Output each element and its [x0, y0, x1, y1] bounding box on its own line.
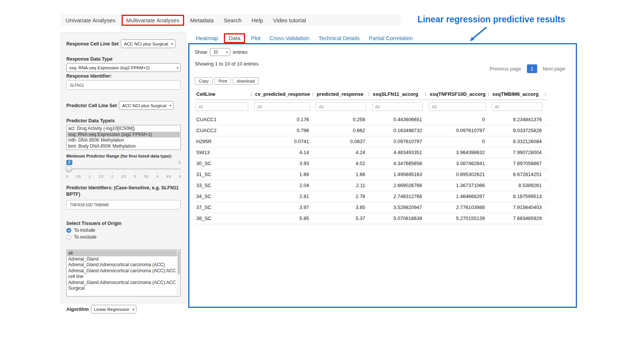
column-header-label: xsqTNFRSF10D_accorg: [430, 91, 485, 97]
nav-item-search[interactable]: Search: [219, 17, 247, 23]
filter-input-predicted-response[interactable]: [316, 102, 366, 111]
filter-input-xsqtnfrsf10d-accorg[interactable]: [429, 102, 485, 111]
sort-down-arrow: ▼: [250, 94, 252, 97]
table-row[interactable]: 37_SC3.973.853.5298209472.7761039887.915…: [195, 202, 548, 213]
filter-cell: [491, 100, 548, 114]
response-cell-line-set-select[interactable]: ACC NCI plus Surgical ▾: [121, 39, 175, 48]
table-row[interactable]: CUACC10.1760.2580.44360665109.234841376: [195, 114, 548, 125]
column-header-xsqtnfrsf10d-accorg[interactable]: xsqTNFRSF10D_accorg▲▼: [428, 89, 491, 100]
predictor-data-type-listbox: act: Drug Activity (-log10[IC50M])xsq: R…: [66, 125, 181, 150]
sort-down-arrow: ▼: [544, 94, 547, 97]
cell-cellline: 34_SC: [195, 191, 253, 202]
tab-data[interactable]: Data: [224, 33, 245, 43]
table-row[interactable]: SW134.144.244.4834933513.9643986327.9907…: [195, 147, 548, 158]
entries-select[interactable]: 10 ▾: [210, 48, 230, 56]
annotation-text: Linear regression predictive results: [394, 14, 565, 25]
annotation-arrow-icon: [463, 25, 493, 45]
radio-option-to-exclude[interactable]: To exclude: [66, 234, 181, 240]
sort-icon: ▲▼: [250, 92, 252, 97]
response-identifier-input[interactable]: [66, 80, 181, 90]
column-header-cv-predicted-response[interactable]: cv_predicted_response▲▼: [253, 89, 315, 100]
table-row[interactable]: 31_SC1.691.661.4956951630.8953026218.672…: [195, 169, 548, 180]
filter-input-xsqslfn11-accorg[interactable]: [372, 102, 423, 111]
nav-item-metadata[interactable]: Metadata: [185, 17, 219, 23]
cell-cellline: H295R: [195, 136, 253, 147]
tab-technical-details[interactable]: Technical Details: [314, 34, 364, 43]
copy-button[interactable]: Copy: [195, 77, 213, 85]
radio-icon: [66, 235, 71, 240]
cell-value: 4.14: [253, 147, 315, 158]
filter-input-cellline[interactable]: [195, 102, 248, 111]
page-1-button[interactable]: 1: [527, 64, 537, 73]
cell-value: 9.033725826: [491, 125, 548, 136]
cell-value: 2.04: [253, 180, 315, 191]
tissue-option[interactable]: Adrenal_Gland:Adrenocortical carcinoma (…: [67, 280, 180, 292]
table-row[interactable]: CUACC20.7960.6620.1634987320.0976107979.…: [195, 125, 548, 136]
cell-value: 0.176: [253, 114, 315, 125]
download-button[interactable]: download: [233, 77, 259, 85]
tissue-listbox: allAdrenal_GlandAdrenal_Gland:Adrenocort…: [66, 250, 181, 296]
tab-heatmap[interactable]: Heatmap: [191, 34, 223, 43]
filter-input-xsqtmbim6-accorg[interactable]: [492, 102, 542, 111]
cell-cellline: CUACC2: [195, 125, 253, 136]
response-cell-line-set-label: Response Cell Line Set: [66, 41, 119, 47]
table-body: CUACC10.1760.2580.44360665109.234841376C…: [195, 114, 548, 224]
slider-handle[interactable]: [66, 165, 72, 172]
previous-page-button[interactable]: Previous page: [486, 64, 525, 73]
tab-plot[interactable]: Plot: [246, 34, 265, 43]
slider-tick-label: 0.5: [76, 175, 81, 178]
nav-item-video-tutorial[interactable]: Video tutorial: [268, 17, 311, 23]
response-data-type-value: xsq: RNA-seq Expression (log2 FPKM+1): [69, 66, 150, 70]
predictor-identifiers-input[interactable]: [66, 200, 181, 209]
radio-label: To exclude: [74, 234, 97, 240]
column-header-xsqslfn11-accorg[interactable]: xsqSLFN11_accorg▲▼: [371, 89, 428, 100]
nav-item-help[interactable]: Help: [247, 17, 268, 23]
filter-cell: [371, 100, 428, 114]
cell-cellline: 37_SC: [195, 202, 253, 213]
filter-cell: [253, 100, 315, 114]
next-page-button[interactable]: Next page: [539, 64, 569, 73]
slider-tick-mark: [146, 172, 147, 173]
tissue-origin-label: Select Tissue/s of Origin: [66, 221, 181, 226]
predictor-data-type-option-bmt[interactable]: bmt: Body DNA 850K Methylation: [67, 144, 180, 150]
table-row[interactable]: 34_SC2.812.782.7463127661.4646682678.187…: [195, 191, 548, 202]
tab-partial-correlation[interactable]: Partial Correlation: [364, 34, 417, 43]
tissue-option[interactable]: Adrenal_Gland: [67, 256, 180, 262]
tissue-option[interactable]: Adrenal_Gland:Adrenocortical carcinoma (…: [67, 268, 180, 280]
show-entries-prefix: Show: [195, 49, 207, 55]
scrollbar[interactable]: [177, 250, 180, 296]
column-header-xsqtmbim6-accorg[interactable]: xsqTMBIM6_accorg▲▼: [491, 89, 548, 100]
predictor-data-type-option-xsq[interactable]: xsq: RNA-seq Expression (log2 FPKM+1): [67, 132, 180, 138]
slider-tick-mark: [169, 172, 169, 173]
chevron-down-icon: ▾: [171, 42, 173, 46]
response-data-type-select[interactable]: xsq: RNA-seq Expression (log2 FPKM+1) ▾: [66, 63, 181, 72]
table-row[interactable]: 33_SC2.042.112.6690267661.3673710668.538…: [195, 180, 548, 191]
radio-label: To include: [74, 228, 95, 233]
scrollbar-thumb[interactable]: [178, 251, 180, 274]
tissue-option[interactable]: Adrenal_Gland:Adrenocortical carcinoma (…: [67, 262, 180, 268]
column-header-cellline[interactable]: CellLine▲▼: [195, 89, 253, 100]
slider-tick-mark: [112, 172, 113, 173]
table-row[interactable]: 30_SC3.934.024.3476656563.0874628417.897…: [195, 158, 548, 169]
column-header-predicted-response[interactable]: predicted_response▲▼: [315, 89, 371, 100]
tab-cross-validation[interactable]: Cross-Validation: [265, 34, 314, 43]
table-row[interactable]: 38_SC5.855.375.0708186385.2701551397.683…: [195, 213, 548, 224]
algorithm-select[interactable]: Linear Regression ▾: [91, 305, 136, 314]
slider-track[interactable]: [66, 168, 181, 170]
nav-item-univariate-analyses[interactable]: Univariate Analyses: [61, 17, 120, 23]
predictor-cell-line-set-value: ACC NCI plus Surgical: [122, 103, 166, 108]
nav-item-multivariate-analyses[interactable]: Multivariate Analyses: [122, 15, 184, 26]
predictor-cell-line-set-select[interactable]: ACC NCI plus Surgical ▾: [119, 101, 173, 110]
filter-input-cv-predicted-response[interactable]: [254, 102, 309, 111]
sort-down-arrow: ▼: [487, 94, 489, 97]
radio-option-to-include[interactable]: To include: [66, 228, 181, 233]
cell-cellline: 38_SC: [195, 213, 253, 224]
print-button[interactable]: Print: [214, 77, 231, 85]
sort-down-arrow: ▼: [425, 94, 427, 97]
table-row[interactable]: H295R0.07410.08370.09761079709.332126084: [195, 136, 548, 147]
column-header-label: xsqSLFN11_accorg: [373, 91, 418, 97]
slider-value-chip: 0: [66, 160, 72, 165]
predictor-data-type-option-act[interactable]: act: Drug Activity (-log10[IC50M]): [67, 126, 180, 132]
tissue-option[interactable]: all: [67, 250, 180, 256]
predictor-data-type-option-mth[interactable]: mth: DNA 850K Methylation: [67, 137, 180, 144]
